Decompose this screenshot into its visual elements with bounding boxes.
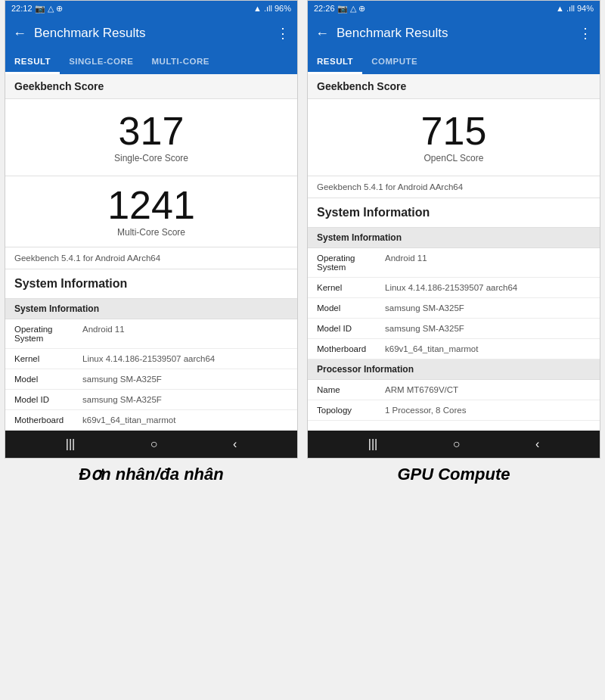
nav-home-2[interactable]: ○ <box>453 437 461 451</box>
info-val: Android 11 <box>82 325 288 343</box>
notif-icons-1: 📷 △ ⊕ <box>35 4 63 14</box>
status-bar-right-1: ▲ .ıll 96% <box>253 4 291 13</box>
info-val: samsung SM-A325F <box>385 324 591 333</box>
info-key: Model <box>317 303 385 313</box>
info-section-header-2a: System Information <box>308 228 600 248</box>
nav-back-2[interactable]: ||| <box>368 437 377 451</box>
tab-multi-core-1[interactable]: MULTI-CORE <box>143 51 219 74</box>
table-row: Name ARM MT6769V/CT <box>308 380 600 400</box>
top-bar-title-2: Benchmark Results <box>337 26 571 41</box>
info-val: Linux 4.14.186-21539507 aarch64 <box>82 354 288 363</box>
info-val: 1 Processor, 8 Cores <box>385 406 591 415</box>
info-section-header-1: System Information <box>5 299 297 319</box>
sys-info-title-2: System Information <box>308 198 600 228</box>
top-bar-title-1: Benchmark Results <box>34 26 268 41</box>
info-key: Name <box>317 385 385 394</box>
info-val: samsung SM-A325F <box>385 303 591 313</box>
captions-row: Đơn nhân/đa nhân GPU Compute <box>0 459 605 492</box>
geekbench-header-1: Geekbench Score <box>5 74 297 99</box>
info-val: samsung SM-A325F <box>82 395 288 404</box>
info-key: Model <box>14 375 82 384</box>
score-label-2: OpenCL Score <box>317 153 591 163</box>
score-area-1a: 317 Single-Core Score <box>5 99 297 176</box>
score-value-1b: 1241 <box>14 185 288 225</box>
info-key: Kernel <box>14 354 82 363</box>
score-area-1b: 1241 Multi-Core Score <box>5 176 297 247</box>
signal-1: ▲ .ıll <box>253 4 272 13</box>
score-value-1a: 317 <box>14 111 288 151</box>
sys-info-title-1: System Information <box>5 269 297 299</box>
content-2: Geekbench Score 715 OpenCL Score Geekben… <box>308 74 600 431</box>
notif-icons-2: 📷 △ ⊕ <box>337 4 365 14</box>
score-value-2: 715 <box>317 111 591 151</box>
tab-single-core-1[interactable]: SINGLE-CORE <box>60 51 142 74</box>
geekbench-header-2: Geekbench Score <box>308 74 600 99</box>
table-row: Operating System Android 11 <box>308 248 600 278</box>
dual-scores-1: 317 Single-Core Score 1241 Multi-Core Sc… <box>5 99 297 247</box>
info-key: Model ID <box>14 395 82 404</box>
info-key: Topology <box>317 406 385 415</box>
table-row: Model samsung SM-A325F <box>5 369 297 390</box>
info-val: Linux 4.14.186-21539507 aarch64 <box>385 283 591 292</box>
phone-2: 22:26 📷 △ ⊕ ▲ .ıll 94% ← Benchmark Resul… <box>302 0 605 459</box>
nav-bar-1: ||| ○ ‹ <box>5 431 297 458</box>
battery-2: 94% <box>577 4 594 13</box>
menu-dots-2[interactable]: ⋮ <box>579 25 592 42</box>
score-area-2: 715 OpenCL Score <box>308 99 600 176</box>
status-bar-1: 22:12 📷 △ ⊕ ▲ .ıll 96% <box>5 1 297 16</box>
nav-recent-1[interactable]: ‹ <box>233 437 237 451</box>
nav-recent-2[interactable]: ‹ <box>535 437 539 451</box>
info-key: Operating System <box>317 254 385 272</box>
geekbench-note-1: Geekbench 5.4.1 for Android AArch64 <box>5 247 297 269</box>
tab-compute-2[interactable]: COMPUTE <box>362 51 427 74</box>
signal-2: ▲ .ıll <box>556 4 575 13</box>
score-label-1b: Multi-Core Score <box>14 227 288 238</box>
table-row: Motherboard k69v1_64_titan_marmot <box>5 410 297 431</box>
back-button-1[interactable]: ← <box>13 26 26 42</box>
top-bar-2: ← Benchmark Results ⋮ <box>308 16 600 51</box>
tabs-1: RESULT SINGLE-CORE MULTI-CORE <box>5 51 297 74</box>
geekbench-note-2: Geekbench 5.4.1 for Android AArch64 <box>308 176 600 198</box>
nav-back-1[interactable]: ||| <box>66 437 75 451</box>
table-row: Kernel Linux 4.14.186-21539507 aarch64 <box>308 278 600 298</box>
info-key: Motherboard <box>14 415 82 425</box>
nav-home-1[interactable]: ○ <box>150 437 158 451</box>
info-key: Model ID <box>317 324 385 333</box>
time-2: 22:26 <box>314 4 335 13</box>
status-bar-right-2: ▲ .ıll 94% <box>556 4 594 13</box>
info-val: ARM MT6769V/CT <box>385 385 591 394</box>
top-bar-1: ← Benchmark Results ⋮ <box>5 16 297 51</box>
table-row: Model samsung SM-A325F <box>308 298 600 319</box>
tab-result-1[interactable]: RESULT <box>5 51 60 74</box>
phone-screen-1: 22:12 📷 △ ⊕ ▲ .ıll 96% ← Benchmark Resul… <box>5 0 298 459</box>
battery-1: 96% <box>275 4 291 13</box>
score-label-1a: Single-Core Score <box>14 153 288 163</box>
nav-bar-2: ||| ○ ‹ <box>308 431 600 458</box>
info-section-header-2b: Processor Information <box>308 359 600 380</box>
table-row: Motherboard k69v1_64_titan_marmot <box>308 339 600 359</box>
info-val: Android 11 <box>385 254 591 272</box>
info-key: Kernel <box>317 283 385 292</box>
phone-screen-2: 22:26 📷 △ ⊕ ▲ .ıll 94% ← Benchmark Resul… <box>307 0 600 459</box>
phone-1: 22:12 📷 △ ⊕ ▲ .ıll 96% ← Benchmark Resul… <box>0 0 302 459</box>
caption-right: GPU Compute <box>302 465 605 484</box>
info-val: samsung SM-A325F <box>82 375 288 384</box>
menu-dots-1[interactable]: ⋮ <box>276 25 290 42</box>
time-1: 22:12 <box>11 4 33 13</box>
info-key: Motherboard <box>317 344 385 353</box>
table-row: Kernel Linux 4.14.186-21539507 aarch64 <box>5 349 297 369</box>
info-val: k69v1_64_titan_marmot <box>82 415 288 425</box>
tabs-2: RESULT COMPUTE <box>308 51 600 74</box>
back-button-2[interactable]: ← <box>315 26 329 42</box>
table-row: Model ID samsung SM-A325F <box>308 319 600 339</box>
tab-result-2[interactable]: RESULT <box>308 51 362 74</box>
status-bar-2: 22:26 📷 △ ⊕ ▲ .ıll 94% <box>308 1 600 16</box>
table-row: Operating System Android 11 <box>5 319 297 349</box>
caption-left: Đơn nhân/đa nhân <box>0 465 302 484</box>
status-bar-left-2: 22:26 📷 △ ⊕ <box>314 4 365 14</box>
table-row: Model ID samsung SM-A325F <box>5 390 297 410</box>
status-bar-left-1: 22:12 📷 △ ⊕ <box>11 4 63 14</box>
content-1: Geekbench Score 317 Single-Core Score 12… <box>5 74 297 431</box>
table-row: Topology 1 Processor, 8 Cores <box>308 400 600 421</box>
info-key: Operating System <box>14 325 82 343</box>
